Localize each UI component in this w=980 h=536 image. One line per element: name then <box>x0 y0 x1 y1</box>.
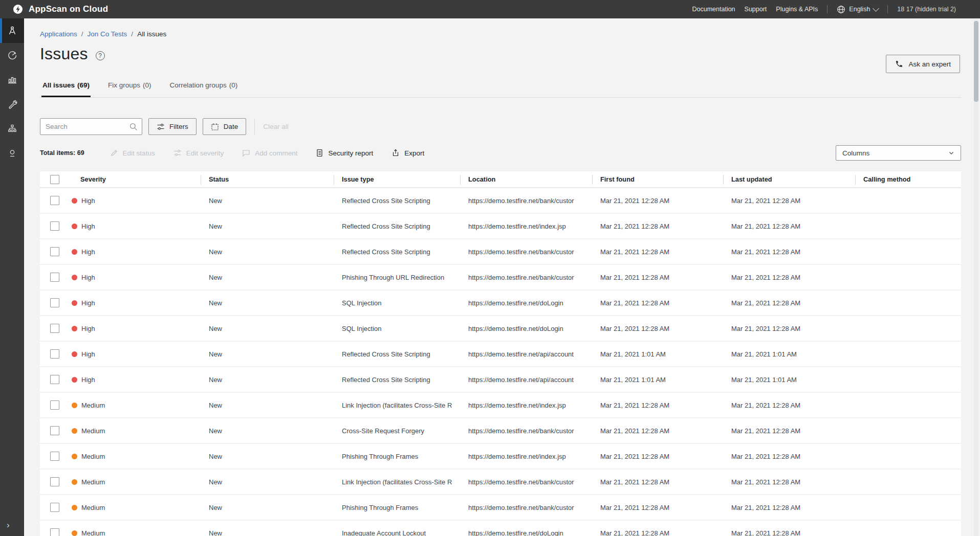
issue-type-cell: Reflected Cross Site Scripting <box>334 367 460 392</box>
help-icon[interactable]: ? <box>96 51 105 60</box>
breadcrumb-applications[interactable]: Applications <box>40 30 77 38</box>
last-updated-cell: Mar 21, 2021 12:28 AM <box>723 521 855 536</box>
last-updated-cell: Mar 21, 2021 12:28 AM <box>723 316 855 341</box>
calling-method-cell <box>855 316 961 341</box>
severity-label: Medium <box>81 529 105 536</box>
last-updated-cell: Mar 21, 2021 12:28 AM <box>723 291 855 315</box>
table-row[interactable]: Medium New Phishing Through Frames https… <box>40 444 961 470</box>
severity-label: Medium <box>81 504 105 511</box>
row-checkbox[interactable] <box>50 477 59 486</box>
issue-type-cell: Reflected Cross Site Scripting <box>334 188 460 213</box>
row-checkbox[interactable] <box>50 324 59 333</box>
sidebar-item-reports[interactable] <box>0 68 24 92</box>
row-checkbox[interactable] <box>50 273 59 282</box>
row-checkbox[interactable] <box>50 452 59 461</box>
export-button[interactable]: Export <box>391 149 424 157</box>
severity-label: Medium <box>81 427 105 435</box>
filters-button[interactable]: Filters <box>148 118 197 135</box>
table-row[interactable]: Medium New Cross-Site Request Forgery ht… <box>40 418 961 444</box>
table-row[interactable]: Medium New Phishing Through Frames https… <box>40 495 961 521</box>
row-checkbox[interactable] <box>50 503 59 512</box>
header-location[interactable]: Location <box>460 171 592 187</box>
table-row[interactable]: High New Reflected Cross Site Scripting … <box>40 214 961 239</box>
severity-dot <box>72 505 77 510</box>
row-checkbox[interactable] <box>50 247 59 256</box>
clear-all-button[interactable]: Clear all <box>263 123 289 130</box>
header-first-found[interactable]: First found <box>592 171 723 187</box>
sidebar-item-user[interactable] <box>0 141 24 166</box>
sitemap-icon <box>7 124 17 134</box>
header-calling-method[interactable]: Calling method <box>855 171 961 187</box>
app-brand[interactable]: AppScan on Cloud <box>12 4 108 15</box>
tab-correlation-groups[interactable]: Correlation groups (0) <box>169 78 239 97</box>
row-checkbox[interactable] <box>50 298 59 307</box>
tab-all-issues[interactable]: All issues (69) <box>41 78 91 97</box>
add-comment-button[interactable]: Add comment <box>242 149 297 157</box>
plugins-apis-link[interactable]: Plugins & APIs <box>776 6 818 13</box>
row-checkbox[interactable] <box>50 375 59 384</box>
select-all-checkbox[interactable] <box>50 175 59 184</box>
app-title: AppScan on Cloud <box>29 4 108 14</box>
security-report-button[interactable]: Security report <box>316 149 373 157</box>
search-input[interactable] <box>40 118 142 135</box>
row-checkbox[interactable] <box>50 196 59 205</box>
calendar-icon <box>211 123 219 131</box>
support-link[interactable]: Support <box>745 6 767 13</box>
location-cell: https://demo.testfire.net/doLogin <box>460 521 592 536</box>
location-cell: https://demo.testfire.net/index.jsp <box>460 214 592 238</box>
table-row[interactable]: High New Reflected Cross Site Scripting … <box>40 342 961 367</box>
row-checkbox[interactable] <box>50 349 59 359</box>
expand-sidebar-button[interactable]: › <box>0 518 24 533</box>
bar-chart-icon <box>7 75 17 85</box>
edit-status-button[interactable]: Edit status <box>110 149 155 157</box>
status-cell: New <box>201 316 334 341</box>
documentation-link[interactable]: Documentation <box>692 6 735 13</box>
tab-fix-groups[interactable]: Fix groups (0) <box>107 78 153 97</box>
header-status[interactable]: Status <box>201 171 334 187</box>
phone-icon <box>895 60 903 68</box>
user-icon <box>7 148 17 159</box>
row-checkbox[interactable] <box>50 426 59 435</box>
breadcrumb-application-name[interactable]: Jon Co Tests <box>88 30 127 38</box>
ask-an-expert-button[interactable]: Ask an expert <box>886 55 960 73</box>
date-button[interactable]: Date <box>203 118 247 135</box>
vertical-scrollbar-thumb[interactable] <box>974 21 978 102</box>
table-row[interactable]: High New Phishing Through URL Redirectio… <box>40 265 961 291</box>
table-row[interactable]: High New Reflected Cross Site Scripting … <box>40 188 961 214</box>
table-row[interactable]: Medium New Link Injection (facilitates C… <box>40 393 961 418</box>
columns-dropdown[interactable]: Columns <box>836 145 961 161</box>
table-row[interactable]: Medium New Inadequate Account Lockout ht… <box>40 521 961 536</box>
sidebar-item-applications[interactable] <box>0 18 24 43</box>
header-issue-type[interactable]: Issue type <box>334 171 460 187</box>
tab-count: (69) <box>77 81 90 89</box>
issue-type-cell: SQL Injection <box>334 316 460 341</box>
table-row[interactable]: High New SQL Injection https://demo.test… <box>40 316 961 342</box>
calling-method-cell <box>855 444 961 468</box>
issue-type-cell: Reflected Cross Site Scripting <box>334 342 460 366</box>
vertical-scrollbar-track[interactable] <box>974 19 978 536</box>
sidebar-item-scans[interactable] <box>0 43 24 68</box>
row-checkbox[interactable] <box>50 400 59 410</box>
issue-type-cell: Inadequate Account Lockout <box>334 521 460 536</box>
topbar-divider <box>887 5 888 13</box>
edit-status-label: Edit status <box>123 149 155 157</box>
sidebar-item-organization[interactable] <box>0 117 24 141</box>
row-checkbox[interactable] <box>50 221 59 231</box>
left-nav: › <box>0 18 24 536</box>
header-severity[interactable]: Severity <box>69 171 201 187</box>
edit-severity-button[interactable]: Edit severity <box>173 149 224 157</box>
severity-dot <box>72 403 77 408</box>
status-cell: New <box>201 265 334 289</box>
row-checkbox[interactable] <box>50 528 59 536</box>
table-row[interactable]: High New SQL Injection https://demo.test… <box>40 291 961 316</box>
table-row[interactable]: High New Reflected Cross Site Scripting … <box>40 367 961 393</box>
table-row[interactable]: High New Reflected Cross Site Scripting … <box>40 239 961 265</box>
sidebar-item-tools[interactable] <box>0 92 24 117</box>
table-row[interactable]: Medium New Link Injection (facilitates C… <box>40 470 961 495</box>
language-selector[interactable]: English <box>837 5 878 14</box>
globe-icon <box>837 5 845 14</box>
severity-label: High <box>81 274 95 281</box>
last-updated-cell: Mar 21, 2021 12:28 AM <box>723 239 855 264</box>
table-header-row: Severity Status Issue type Location Firs… <box>40 171 961 188</box>
header-last-updated[interactable]: Last updated <box>723 171 855 187</box>
